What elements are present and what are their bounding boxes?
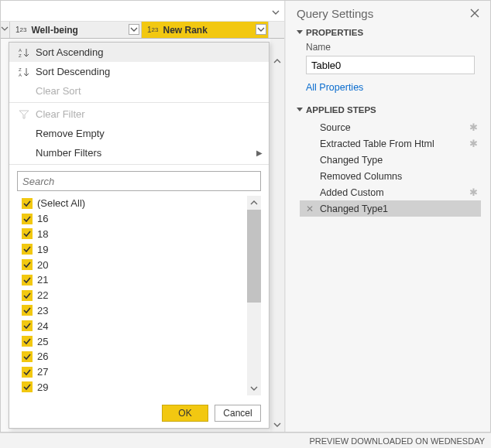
caret-down-icon — [297, 29, 303, 36]
gear-icon[interactable]: ✱ — [469, 186, 478, 198]
filter-value[interactable]: 30 — [17, 395, 261, 395]
menu-sort-ascending[interactable]: AZ Sort Ascending — [9, 43, 269, 62]
checkbox-checked-icon[interactable] — [22, 244, 33, 255]
menu-clear-sort: Clear Sort — [9, 81, 269, 101]
datatype-number-icon[interactable]: 123 — [12, 24, 29, 36]
scroll-down-icon[interactable] — [247, 381, 261, 395]
filter-search-input[interactable] — [17, 171, 261, 191]
menu-remove-empty[interactable]: Remove Empty — [9, 124, 269, 143]
scrollbar-thumb[interactable] — [247, 210, 261, 303]
gear-icon[interactable]: ✱ — [469, 138, 478, 149]
applied-step[interactable]: Extracted Table From Html✱ — [300, 135, 481, 152]
data-preview-pane: 123 Well-being 123 New Rank — [1, 1, 285, 432]
applied-step[interactable]: ✕Changed Type1 — [300, 200, 481, 217]
column-header-newrank[interactable]: 123 New Rank — [142, 22, 269, 38]
filter-value[interactable]: 20 — [17, 257, 261, 272]
gear-icon[interactable]: ✱ — [469, 121, 478, 133]
checkbox-checked-icon[interactable] — [22, 259, 33, 270]
filter-select-all[interactable]: (Select All) — [17, 196, 261, 211]
filter-value[interactable]: 21 — [17, 272, 261, 288]
datatype-number-icon[interactable]: 123 — [144, 24, 161, 36]
filter-value[interactable]: 29 — [17, 380, 261, 395]
applied-steps-header[interactable]: APPLIED STEPS — [297, 105, 481, 115]
scroll-down-icon[interactable] — [270, 418, 284, 432]
column-name: New Rank — [163, 25, 266, 36]
caret-down-icon — [297, 106, 303, 114]
clear-filter-icon — [17, 109, 31, 120]
sort-desc-icon: ZA — [17, 67, 31, 77]
delete-step-icon[interactable]: ✕ — [306, 203, 314, 214]
checkbox-checked-icon[interactable] — [22, 228, 33, 239]
svg-text:Z: Z — [19, 67, 22, 72]
sort-asc-icon: AZ — [17, 47, 31, 58]
menu-number-filters[interactable]: Number Filters ▶ — [9, 143, 269, 162]
name-label: Name — [306, 42, 481, 53]
column-headers: 123 Well-being 123 New Rank — [1, 22, 284, 39]
vertical-scrollbar[interactable] — [270, 39, 284, 432]
applied-step[interactable]: Removed Columns — [300, 168, 481, 184]
formula-bar[interactable] — [1, 1, 284, 22]
row-header-drop[interactable] — [1, 22, 10, 38]
svg-text:Z: Z — [19, 53, 22, 58]
scroll-up-icon[interactable] — [247, 196, 261, 210]
ok-button[interactable]: OK — [162, 405, 208, 422]
filter-values-list: (Select All) 16181920212223242526272930 — [17, 196, 261, 395]
svg-text:A: A — [19, 73, 22, 77]
chevron-down-icon — [1, 22, 9, 32]
svg-text:A: A — [19, 48, 22, 53]
column-filter-menu: AZ Sort Ascending ZA Sort Descending Cle… — [9, 42, 270, 429]
scroll-up-icon[interactable] — [270, 54, 284, 68]
checkbox-checked-icon[interactable] — [22, 351, 33, 362]
checkbox-checked-icon[interactable] — [22, 367, 33, 378]
filter-value[interactable]: 22 — [17, 288, 261, 303]
filter-value[interactable]: 25 — [17, 333, 261, 349]
checkbox-checked-icon[interactable] — [22, 381, 33, 392]
status-bar: PREVIEW DOWNLOADED ON WEDNESDAY — [0, 433, 491, 448]
filter-value[interactable]: 19 — [17, 241, 261, 257]
query-settings-pane: Query Settings PROPERTIES Name All Prope… — [285, 1, 490, 432]
applied-step[interactable]: Changed Type — [300, 152, 481, 168]
all-properties-link[interactable]: All Properties — [306, 82, 481, 93]
query-name-input[interactable] — [306, 56, 475, 74]
checkbox-checked-icon[interactable] — [22, 275, 33, 286]
filter-value[interactable]: 27 — [17, 364, 261, 380]
checkbox-checked-icon[interactable] — [22, 214, 33, 224]
close-icon[interactable] — [470, 9, 479, 20]
properties-header[interactable]: PROPERTIES — [297, 28, 481, 37]
checkbox-checked-icon[interactable] — [22, 305, 33, 316]
checkbox-checked-icon[interactable] — [22, 320, 33, 331]
column-header-wellbeing[interactable]: 123 Well-being — [10, 22, 142, 38]
checkbox-checked-icon[interactable] — [22, 290, 33, 301]
filter-value[interactable]: 24 — [17, 318, 261, 333]
applied-step[interactable]: Added Custom✱ — [300, 184, 481, 200]
filter-dropdown-icon[interactable] — [256, 24, 266, 35]
applied-step[interactable]: Source✱ — [300, 119, 481, 135]
cancel-button[interactable]: Cancel — [215, 405, 261, 422]
filter-dropdown-icon[interactable] — [129, 24, 139, 35]
chevron-down-icon[interactable] — [272, 7, 280, 19]
column-name: Well-being — [31, 25, 139, 36]
filter-value[interactable]: 23 — [17, 303, 261, 319]
filter-value[interactable]: 18 — [17, 227, 261, 242]
filter-value[interactable]: 26 — [17, 349, 261, 364]
menu-clear-filter: Clear Filter — [9, 104, 269, 124]
applied-steps-list: Source✱Extracted Table From Html✱Changed… — [300, 119, 481, 217]
checkbox-checked-icon[interactable] — [22, 198, 33, 209]
panel-title: Query Settings — [297, 7, 481, 20]
menu-sort-descending[interactable]: ZA Sort Descending — [9, 62, 269, 81]
status-text: PREVIEW DOWNLOADED ON WEDNESDAY — [309, 436, 485, 446]
submenu-arrow-icon: ▶ — [256, 149, 263, 157]
filter-value[interactable]: 16 — [17, 211, 261, 227]
checkbox-checked-icon[interactable] — [22, 336, 33, 347]
values-scrollbar[interactable] — [247, 196, 261, 395]
